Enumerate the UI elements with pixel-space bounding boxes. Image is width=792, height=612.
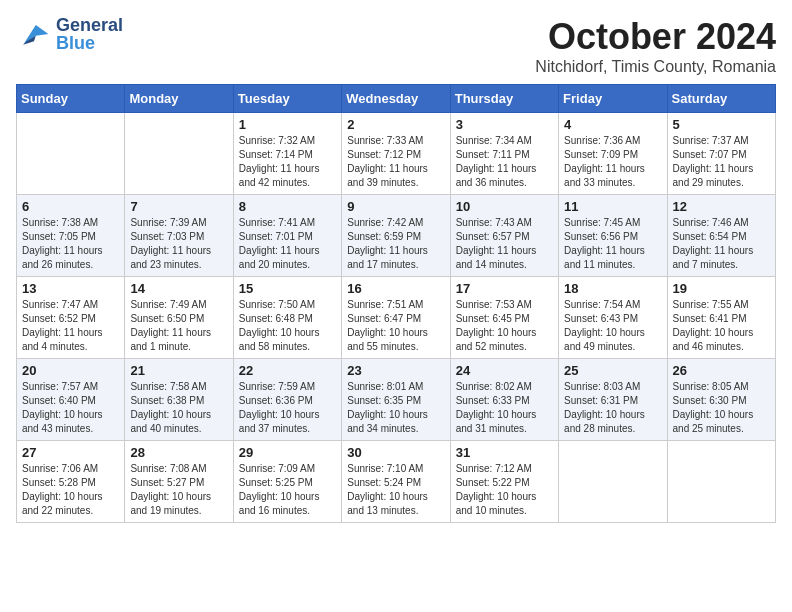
day-cell: 23Sunrise: 8:01 AMSunset: 6:35 PMDayligh… [342, 359, 450, 441]
calendar-header: SundayMondayTuesdayWednesdayThursdayFrid… [17, 85, 776, 113]
week-row-1: 1Sunrise: 7:32 AMSunset: 7:14 PMDaylight… [17, 113, 776, 195]
day-cell: 6Sunrise: 7:38 AMSunset: 7:05 PMDaylight… [17, 195, 125, 277]
column-header-thursday: Thursday [450, 85, 558, 113]
day-number: 18 [564, 281, 661, 296]
day-number: 30 [347, 445, 444, 460]
column-header-tuesday: Tuesday [233, 85, 341, 113]
calendar-body: 1Sunrise: 7:32 AMSunset: 7:14 PMDaylight… [17, 113, 776, 523]
day-cell: 14Sunrise: 7:49 AMSunset: 6:50 PMDayligh… [125, 277, 233, 359]
calendar-table: SundayMondayTuesdayWednesdayThursdayFrid… [16, 84, 776, 523]
week-row-4: 20Sunrise: 7:57 AMSunset: 6:40 PMDayligh… [17, 359, 776, 441]
day-info: Sunrise: 7:41 AMSunset: 7:01 PMDaylight:… [239, 216, 336, 272]
day-info: Sunrise: 8:03 AMSunset: 6:31 PMDaylight:… [564, 380, 661, 436]
day-cell: 31Sunrise: 7:12 AMSunset: 5:22 PMDayligh… [450, 441, 558, 523]
day-cell: 2Sunrise: 7:33 AMSunset: 7:12 PMDaylight… [342, 113, 450, 195]
day-cell: 25Sunrise: 8:03 AMSunset: 6:31 PMDayligh… [559, 359, 667, 441]
day-cell: 10Sunrise: 7:43 AMSunset: 6:57 PMDayligh… [450, 195, 558, 277]
day-info: Sunrise: 7:50 AMSunset: 6:48 PMDaylight:… [239, 298, 336, 354]
day-number: 29 [239, 445, 336, 460]
day-number: 7 [130, 199, 227, 214]
week-row-3: 13Sunrise: 7:47 AMSunset: 6:52 PMDayligh… [17, 277, 776, 359]
location: Nitchidorf, Timis County, Romania [535, 58, 776, 76]
week-row-2: 6Sunrise: 7:38 AMSunset: 7:05 PMDaylight… [17, 195, 776, 277]
logo-general-text: General [56, 16, 123, 34]
day-info: Sunrise: 7:42 AMSunset: 6:59 PMDaylight:… [347, 216, 444, 272]
day-number: 12 [673, 199, 770, 214]
day-cell: 18Sunrise: 7:54 AMSunset: 6:43 PMDayligh… [559, 277, 667, 359]
day-cell: 3Sunrise: 7:34 AMSunset: 7:11 PMDaylight… [450, 113, 558, 195]
day-info: Sunrise: 7:06 AMSunset: 5:28 PMDaylight:… [22, 462, 119, 518]
day-info: Sunrise: 7:36 AMSunset: 7:09 PMDaylight:… [564, 134, 661, 190]
day-cell: 1Sunrise: 7:32 AMSunset: 7:14 PMDaylight… [233, 113, 341, 195]
day-info: Sunrise: 7:38 AMSunset: 7:05 PMDaylight:… [22, 216, 119, 272]
column-header-monday: Monday [125, 85, 233, 113]
day-cell: 4Sunrise: 7:36 AMSunset: 7:09 PMDaylight… [559, 113, 667, 195]
day-cell: 15Sunrise: 7:50 AMSunset: 6:48 PMDayligh… [233, 277, 341, 359]
day-info: Sunrise: 7:37 AMSunset: 7:07 PMDaylight:… [673, 134, 770, 190]
day-cell: 16Sunrise: 7:51 AMSunset: 6:47 PMDayligh… [342, 277, 450, 359]
day-number: 17 [456, 281, 553, 296]
day-info: Sunrise: 7:47 AMSunset: 6:52 PMDaylight:… [22, 298, 119, 354]
day-cell: 9Sunrise: 7:42 AMSunset: 6:59 PMDaylight… [342, 195, 450, 277]
day-number: 8 [239, 199, 336, 214]
day-info: Sunrise: 7:43 AMSunset: 6:57 PMDaylight:… [456, 216, 553, 272]
day-cell [667, 441, 775, 523]
day-number: 23 [347, 363, 444, 378]
day-info: Sunrise: 8:05 AMSunset: 6:30 PMDaylight:… [673, 380, 770, 436]
day-info: Sunrise: 7:59 AMSunset: 6:36 PMDaylight:… [239, 380, 336, 436]
day-number: 16 [347, 281, 444, 296]
page-header: General Blue October 2024 Nitchidorf, Ti… [16, 16, 776, 76]
day-info: Sunrise: 7:45 AMSunset: 6:56 PMDaylight:… [564, 216, 661, 272]
day-cell: 29Sunrise: 7:09 AMSunset: 5:25 PMDayligh… [233, 441, 341, 523]
day-info: Sunrise: 7:10 AMSunset: 5:24 PMDaylight:… [347, 462, 444, 518]
day-cell: 22Sunrise: 7:59 AMSunset: 6:36 PMDayligh… [233, 359, 341, 441]
day-number: 14 [130, 281, 227, 296]
day-number: 19 [673, 281, 770, 296]
day-number: 3 [456, 117, 553, 132]
column-header-friday: Friday [559, 85, 667, 113]
day-info: Sunrise: 7:58 AMSunset: 6:38 PMDaylight:… [130, 380, 227, 436]
day-number: 22 [239, 363, 336, 378]
day-cell: 12Sunrise: 7:46 AMSunset: 6:54 PMDayligh… [667, 195, 775, 277]
day-info: Sunrise: 7:08 AMSunset: 5:27 PMDaylight:… [130, 462, 227, 518]
day-info: Sunrise: 7:53 AMSunset: 6:45 PMDaylight:… [456, 298, 553, 354]
day-number: 24 [456, 363, 553, 378]
column-header-wednesday: Wednesday [342, 85, 450, 113]
day-cell: 5Sunrise: 7:37 AMSunset: 7:07 PMDaylight… [667, 113, 775, 195]
day-cell [559, 441, 667, 523]
logo: General Blue [16, 16, 123, 52]
day-number: 1 [239, 117, 336, 132]
logo-blue-text: Blue [56, 34, 123, 52]
day-number: 20 [22, 363, 119, 378]
day-info: Sunrise: 7:32 AMSunset: 7:14 PMDaylight:… [239, 134, 336, 190]
day-cell: 7Sunrise: 7:39 AMSunset: 7:03 PMDaylight… [125, 195, 233, 277]
day-info: Sunrise: 7:39 AMSunset: 7:03 PMDaylight:… [130, 216, 227, 272]
day-cell: 28Sunrise: 7:08 AMSunset: 5:27 PMDayligh… [125, 441, 233, 523]
day-info: Sunrise: 7:51 AMSunset: 6:47 PMDaylight:… [347, 298, 444, 354]
day-number: 2 [347, 117, 444, 132]
day-info: Sunrise: 7:55 AMSunset: 6:41 PMDaylight:… [673, 298, 770, 354]
day-number: 5 [673, 117, 770, 132]
day-info: Sunrise: 7:46 AMSunset: 6:54 PMDaylight:… [673, 216, 770, 272]
day-info: Sunrise: 7:33 AMSunset: 7:12 PMDaylight:… [347, 134, 444, 190]
day-cell: 13Sunrise: 7:47 AMSunset: 6:52 PMDayligh… [17, 277, 125, 359]
day-number: 25 [564, 363, 661, 378]
day-number: 21 [130, 363, 227, 378]
day-info: Sunrise: 8:01 AMSunset: 6:35 PMDaylight:… [347, 380, 444, 436]
day-cell: 19Sunrise: 7:55 AMSunset: 6:41 PMDayligh… [667, 277, 775, 359]
logo-name: General Blue [56, 16, 123, 52]
day-cell: 11Sunrise: 7:45 AMSunset: 6:56 PMDayligh… [559, 195, 667, 277]
day-info: Sunrise: 7:09 AMSunset: 5:25 PMDaylight:… [239, 462, 336, 518]
day-cell: 24Sunrise: 8:02 AMSunset: 6:33 PMDayligh… [450, 359, 558, 441]
day-info: Sunrise: 7:12 AMSunset: 5:22 PMDaylight:… [456, 462, 553, 518]
day-number: 26 [673, 363, 770, 378]
day-cell: 27Sunrise: 7:06 AMSunset: 5:28 PMDayligh… [17, 441, 125, 523]
day-info: Sunrise: 8:02 AMSunset: 6:33 PMDaylight:… [456, 380, 553, 436]
day-number: 31 [456, 445, 553, 460]
month-title: October 2024 [535, 16, 776, 58]
day-number: 10 [456, 199, 553, 214]
day-cell: 17Sunrise: 7:53 AMSunset: 6:45 PMDayligh… [450, 277, 558, 359]
day-number: 6 [22, 199, 119, 214]
day-cell: 26Sunrise: 8:05 AMSunset: 6:30 PMDayligh… [667, 359, 775, 441]
day-cell: 30Sunrise: 7:10 AMSunset: 5:24 PMDayligh… [342, 441, 450, 523]
